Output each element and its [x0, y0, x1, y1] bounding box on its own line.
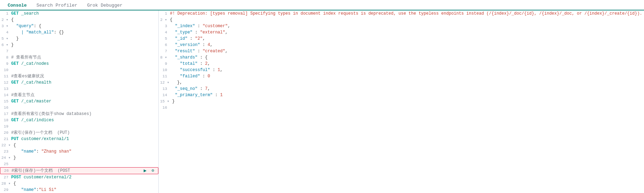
- line-content: {: [13, 180, 157, 187]
- code-line-11: 11 #查看es健康状况: [0, 73, 158, 79]
- line-number: 14: [160, 92, 170, 98]
- line-content: {: [11, 17, 157, 23]
- line-number: 13: [160, 86, 170, 92]
- right-code-area[interactable]: 1 #! Deprecation: [types removal] Specif…: [159, 10, 644, 193]
- line-number: 9: [160, 61, 170, 67]
- token-punct: : {: [197, 55, 208, 60]
- line-number: 4: [1, 29, 11, 36]
- token-comment: # 查看所有节点: [11, 55, 41, 60]
- line-content: "query": {: [11, 23, 157, 29]
- token-method: GET: [11, 118, 21, 123]
- token-string: "Li Si": [39, 187, 56, 192]
- token-brace: }: [11, 43, 14, 47]
- line-number: 18: [1, 117, 11, 123]
- token-comment: #索引(保存)一个文档 (POST: [12, 168, 70, 173]
- code-line-1: 1 GET _search: [0, 10, 158, 17]
- token-path: /_cat/nodes: [21, 61, 49, 66]
- line-number: 10: [160, 67, 170, 73]
- wrench-button[interactable]: ⚙: [150, 168, 156, 174]
- line-number: 19: [1, 123, 11, 130]
- token-brace: {: [170, 17, 172, 22]
- token-brace: }: [13, 155, 16, 160]
- token-punct: :: [197, 86, 205, 91]
- token-punct: ,: [210, 43, 212, 47]
- token-method: GET: [11, 99, 21, 104]
- line-content: #查看所有索引(类似于show databases): [11, 111, 157, 117]
- code-line-24: 24 ▾}: [0, 155, 158, 161]
- code-line-5: 5 ▾ }: [0, 36, 158, 42]
- line-content: GET /_cat/master: [11, 98, 157, 105]
- token-key: "total": [170, 61, 197, 66]
- token-key: "result": [170, 49, 195, 54]
- code-line-3: 3 "_index" : "customer",: [159, 23, 644, 29]
- code-line-9: 9 GET /_cat/nodes: [0, 61, 158, 67]
- code-line-2: 2 ▾{: [159, 17, 644, 23]
- line-content: {: [13, 142, 157, 148]
- line-content: "_version" : 4,: [170, 42, 643, 48]
- line-number: 2 ▾: [1, 17, 11, 23]
- token-punct: ,: [203, 36, 205, 41]
- token-punct: :: [210, 68, 218, 72]
- code-line-9: 9 "total" : 2,: [159, 61, 644, 67]
- token-number: 0: [208, 74, 210, 79]
- token-string: "created": [203, 49, 225, 54]
- token-key: "_version": [170, 43, 200, 47]
- line-number: 26: [2, 168, 12, 174]
- line-number: 10: [1, 67, 11, 73]
- token-method: GET: [11, 80, 21, 85]
- token-method: GET: [11, 61, 21, 66]
- code-line-6: 6 "_version" : 4,: [159, 42, 644, 48]
- token-path: customer/external/2: [24, 175, 72, 180]
- line-number: 3: [160, 23, 170, 29]
- tab-console[interactable]: Console: [3, 1, 32, 10]
- code-line-7: 7 "result" : "created",: [159, 48, 644, 54]
- line-number: 13: [1, 86, 11, 92]
- line-content: "name": "Zhang shan": [11, 148, 157, 155]
- line-content: {: [170, 17, 643, 23]
- code-line-12: 12 ▾ },: [159, 79, 644, 86]
- code-line-16: 16: [0, 105, 158, 111]
- token-punct: ,: [220, 68, 223, 72]
- code-line-15: 15 GET /_cat/master: [0, 98, 158, 105]
- line-number: 22 ▾: [1, 142, 13, 148]
- line-number: 11: [1, 73, 11, 79]
- line-number: 15: [1, 98, 11, 105]
- token-punct: : {}: [54, 30, 64, 35]
- play-button[interactable]: ▶: [142, 168, 148, 174]
- token-punct: : {: [34, 24, 42, 29]
- token-comment: #查看所有索引(类似于show databases): [11, 111, 91, 116]
- token-punct: :: [195, 49, 203, 54]
- tab-grok-debugger[interactable]: Grok Debugger: [82, 1, 127, 10]
- code-line-28: 28 ▾{: [0, 180, 158, 187]
- line-number: 14: [1, 92, 11, 98]
- token-comment: #查看主节点: [11, 93, 35, 98]
- code-line-17: 17 #查看所有索引(类似于show databases): [0, 111, 158, 117]
- line-number: 5: [160, 36, 170, 42]
- token-string: "external": [200, 30, 225, 35]
- line-number: 25: [1, 161, 11, 167]
- token-number: 7: [205, 86, 208, 91]
- tab-bar: Console Search Profiler Grok Debugger: [0, 0, 644, 10]
- code-line-27: 27 POST customer/external/2: [0, 174, 158, 180]
- token-punct: :: [197, 61, 205, 66]
- token-punct: :: [36, 149, 41, 154]
- line-number: 1: [160, 10, 170, 17]
- line-content: "failed" : 0: [170, 73, 643, 79]
- line-content: "_shards" : {: [170, 54, 643, 61]
- line-content: "_index" : "customer",: [170, 23, 643, 29]
- line-number: 7: [1, 48, 11, 54]
- token-key: "query": [11, 24, 34, 29]
- code-line-4: 4 | "match_all": {}: [0, 29, 158, 36]
- code-line-10: 10: [0, 67, 158, 73]
- line-content: }: [172, 98, 643, 105]
- code-line-23: 23 "name": "Zhang shan": [0, 148, 158, 155]
- code-line-21: 21 PUT customer/external/1: [0, 136, 158, 142]
- token-path: /_cat/master: [21, 99, 51, 104]
- token-brace: }: [172, 99, 174, 104]
- tab-search-profiler[interactable]: Search Profiler: [32, 1, 82, 10]
- token-comment: #查看es健康状况: [11, 74, 44, 79]
- line-content: | "match_all": {}: [11, 29, 157, 36]
- code-line-10: 10 "successful" : 1,: [159, 67, 644, 73]
- left-code-area[interactable]: 1 GET _search2 ▾{3 ▾ "query": {4 | "matc…: [0, 10, 158, 193]
- line-number: 23: [1, 148, 11, 155]
